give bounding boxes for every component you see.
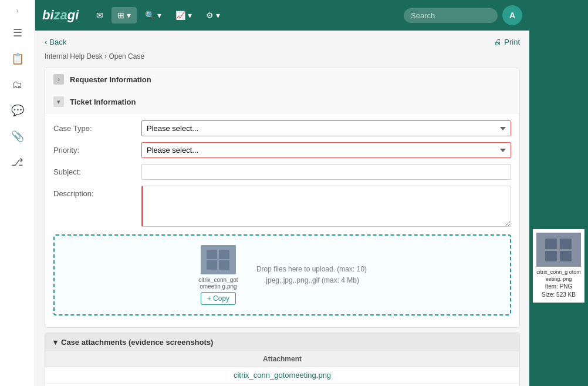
ft-grid [545, 239, 572, 261]
desktop-file-info: Item: PNG Size: 523 KB [536, 283, 581, 299]
desktop-file-size: Size: 523 KB [536, 291, 581, 299]
branch-icon: ⎇ [11, 156, 23, 169]
print-label: Print [504, 38, 520, 46]
table-row: regedit .NETv.jpg [45, 384, 519, 387]
nav-icons: ✉ ⊞ ▾ 🔍 ▾ 📈 ▾ ⚙ ▾ [90, 7, 226, 24]
process-nav-button[interactable]: ⊞ ▾ [111, 7, 137, 24]
priority-label: Priority: [53, 142, 141, 155]
file-thumb-name: citrix_conn_g otomeeting. png [536, 269, 581, 283]
attachments-title: Case attachments (evidence screenshots) [61, 338, 213, 347]
description-label: Description: [53, 186, 141, 198]
sidebar-collapse-toggle[interactable]: › [12, 5, 23, 16]
case-type-select[interactable]: Please select... [141, 120, 511, 136]
back-arrow-icon: ‹ [45, 38, 47, 46]
file-thumb-card: citrix_conn_g otomeeting. png Item: PNG … [533, 229, 584, 303]
priority-select[interactable]: Please select... [141, 142, 511, 158]
upload-hint-line2: .jpeg,.jpg,.png,.gif (max: 4 Mb) [256, 275, 367, 286]
thumb-cell-3 [207, 260, 217, 270]
description-control [141, 186, 511, 229]
thumb-cell-2 [219, 250, 229, 259]
subject-control [141, 164, 511, 180]
inbox-nav-button[interactable]: ✉ [90, 7, 109, 24]
subject-label: Subject: [53, 164, 141, 176]
requester-section-title: Requester Information [70, 75, 151, 84]
attachment-file-2: regedit .NETv.jpg [45, 384, 519, 387]
priority-row: Priority: Please select... [53, 142, 511, 158]
table-row: citrix_conn_gotomeeting.png [45, 367, 519, 384]
form-body: Case Type: Please select... Priority: [45, 113, 519, 327]
main-area: bizagi ✉ ⊞ ▾ 🔍 ▾ 📈 ▾ ⚙ ▾ A ‹ Back 🖨 Prin… [35, 0, 529, 386]
upload-hint-line1: Drop files here to upload. (max: 10) [256, 264, 367, 275]
ft-cell-1 [545, 239, 557, 249]
settings-nav-button[interactable]: ⚙ ▾ [200, 7, 226, 24]
case-type-control: Please select... [141, 120, 511, 136]
sidebar-item-attachment[interactable]: 📎 [6, 125, 29, 148]
thumb-cell-4 [219, 260, 229, 270]
ticket-section-title: Ticket Information [70, 98, 136, 106]
back-label: Back [49, 38, 66, 46]
chat-icon: 💬 [11, 104, 24, 117]
sidebar-item-chat[interactable]: 💬 [6, 99, 29, 122]
requester-toggle-icon: › [53, 74, 64, 85]
case-type-label: Case Type: [53, 120, 141, 133]
sidebar: › ☰ 📋 🗂 💬 📎 ⎇ [0, 0, 35, 386]
ft-cell-4 [560, 251, 572, 261]
right-panel: citrix_conn_g otomeeting. png Item: PNG … [529, 0, 588, 386]
desktop-file-type: Item: PNG [536, 283, 581, 291]
sidebar-item-branch[interactable]: ⎇ [6, 150, 29, 174]
ticket-section-header[interactable]: ▾ Ticket Information [45, 90, 519, 113]
copy-button[interactable]: + Copy [201, 292, 236, 305]
priority-control: Please select... [141, 142, 511, 158]
sidebar-item-folder[interactable]: 🗂 [6, 73, 29, 96]
attachment-link-1[interactable]: citrix_conn_gotomeeting.png [234, 371, 331, 380]
ft-cell-2 [560, 239, 572, 249]
ticket-toggle-icon: ▾ [53, 96, 64, 107]
thumb-image [201, 245, 236, 274]
case-type-row: Case Type: Please select... [53, 120, 511, 136]
upload-thumbnail: citrix_conn_gotomeetin g.png + Copy [198, 245, 239, 305]
description-row: Description: [53, 186, 511, 229]
attachment-icon: 📎 [11, 130, 24, 143]
ft-cell-3 [545, 251, 557, 261]
attachment-column-header: Attachment [45, 351, 519, 367]
sidebar-item-list[interactable]: ☰ [6, 21, 29, 45]
upload-area[interactable]: citrix_conn_gotomeetin g.png + Copy Drop… [53, 234, 511, 315]
print-button[interactable]: 🖨 Print [494, 38, 520, 46]
thumb-filename: citrix_conn_gotomeetin g.png [198, 277, 239, 290]
thumb-cell-1 [207, 250, 217, 259]
sidebar-item-clipboard[interactable]: 📋 [6, 47, 29, 71]
requester-section-header[interactable]: › Requester Information [45, 68, 519, 90]
breadcrumb: Internal Help Desk › Open Case [45, 52, 520, 61]
attachments-toggle-icon: ▾ [53, 338, 58, 347]
search-input[interactable] [404, 8, 498, 23]
content-area: ‹ Back 🖨 Print Internal Help Desk › Open… [35, 31, 529, 386]
attachments-table: Attachment citrix_conn_gotomeeting.png r… [45, 351, 519, 386]
avatar[interactable]: A [502, 5, 522, 25]
description-textarea[interactable] [141, 186, 511, 227]
brand-logo: bizagi [42, 8, 79, 23]
attachments-section: ▾ Case attachments (evidence screenshots… [45, 333, 520, 386]
chart-nav-button[interactable]: 📈 ▾ [170, 7, 198, 24]
topbar: ‹ Back 🖨 Print [45, 38, 520, 46]
attachment-file-1: citrix_conn_gotomeeting.png [45, 367, 519, 384]
file-thumb-big [536, 233, 581, 267]
clipboard-icon: 📋 [11, 52, 24, 65]
content-inner: ‹ Back 🖨 Print Internal Help Desk › Open… [35, 31, 529, 386]
attachments-header[interactable]: ▾ Case attachments (evidence screenshots… [45, 333, 519, 351]
list-icon: ☰ [13, 26, 22, 39]
back-link[interactable]: ‹ Back [45, 38, 66, 46]
search-nav-button[interactable]: 🔍 ▾ [139, 7, 167, 24]
subject-row: Subject: [53, 164, 511, 180]
print-icon: 🖨 [494, 38, 502, 46]
thumb-grid [207, 250, 230, 270]
subject-input[interactable] [141, 164, 511, 180]
form-card: › Requester Information ▾ Ticket Informa… [45, 68, 520, 328]
upload-hint: Drop files here to upload. (max: 10) .jp… [256, 264, 367, 286]
folder-icon: 🗂 [12, 79, 23, 91]
topnav: bizagi ✉ ⊞ ▾ 🔍 ▾ 📈 ▾ ⚙ ▾ A [35, 0, 529, 31]
